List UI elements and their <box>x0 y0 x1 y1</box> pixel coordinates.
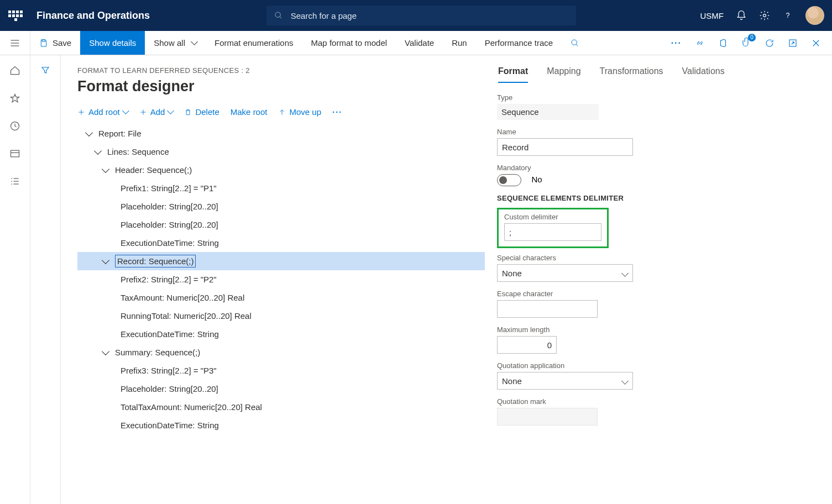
star-icon[interactable] <box>9 93 20 104</box>
trash-icon <box>184 108 192 116</box>
tree-node[interactable]: TaxAmount: Numeric[20..20] Real <box>77 288 485 307</box>
tree-node[interactable]: Prefix1: String[2..2] = "P1" <box>77 179 485 197</box>
close-icon[interactable] <box>811 38 821 48</box>
tab-mapping[interactable]: Mapping <box>547 66 580 83</box>
home-icon[interactable] <box>9 65 20 76</box>
max-length-input[interactable] <box>497 336 557 354</box>
delimiter-section-header: SEQUENCE ELEMENTS DELIMITER <box>497 194 819 202</box>
tree-node[interactable]: RunningTotal: Numeric[20..20] Real <box>77 307 485 325</box>
plus-icon <box>139 108 147 116</box>
move-up-button[interactable]: Move up <box>278 107 321 117</box>
popout-icon[interactable] <box>788 38 798 48</box>
office-icon[interactable] <box>718 38 728 48</box>
make-root-button[interactable]: Make root <box>231 107 268 117</box>
add-button[interactable]: Add <box>139 107 174 117</box>
special-characters-select[interactable] <box>497 264 633 282</box>
special-characters-label: Special characters <box>497 254 819 262</box>
tree-node[interactable]: Header: Sequence(;) <box>77 161 485 179</box>
validate-button[interactable]: Validate <box>396 31 443 55</box>
company-picker[interactable]: USMF <box>700 11 724 20</box>
name-input[interactable] <box>497 138 633 156</box>
app-title: Finance and Operations <box>36 10 150 22</box>
property-tabs: Format Mapping Transformations Validatio… <box>495 66 832 83</box>
performance-trace-button[interactable]: Performance trace <box>476 31 562 55</box>
app-launcher-icon[interactable] <box>8 8 23 23</box>
svg-rect-9 <box>11 150 19 157</box>
tree-node[interactable]: Prefix3: String[2..2] = "P3" <box>77 361 485 380</box>
tree-node[interactable]: ExecutionDateTime: String <box>77 325 485 343</box>
tree-toolbar: Add root Add Delete Make root Move up ··… <box>77 107 485 117</box>
type-label: Type <box>497 93 819 102</box>
mandatory-toggle[interactable] <box>497 174 521 186</box>
format-enumerations-button[interactable]: Format enumerations <box>206 31 302 55</box>
filter-strip <box>30 55 61 504</box>
svg-point-2 <box>763 14 766 17</box>
overflow-menu[interactable]: ··· <box>671 38 682 48</box>
run-button[interactable]: Run <box>443 31 476 55</box>
arrow-up-icon <box>278 108 286 116</box>
tree-node[interactable]: Summary: Sequence(;) <box>77 343 485 361</box>
quotation-mark-input[interactable] <box>497 408 598 426</box>
expand-icon[interactable] <box>102 165 109 172</box>
mandatory-value: No <box>531 175 542 184</box>
quotation-application-select[interactable] <box>497 372 633 390</box>
format-tree: Report: File Lines: Sequence Header: Seq… <box>77 124 485 434</box>
tree-pane: FORMAT TO LEARN DEFERRED SEQUENCES : 2 F… <box>61 55 495 504</box>
expand-icon[interactable] <box>102 347 109 355</box>
max-length-label: Maximum length <box>497 326 819 334</box>
search-icon <box>274 11 283 20</box>
link-icon[interactable] <box>695 38 705 48</box>
hamburger-icon[interactable] <box>9 38 20 49</box>
gear-icon[interactable] <box>759 10 770 21</box>
properties-pane: ······ Format Mapping Transformations Va… <box>495 55 832 504</box>
svg-text:?: ? <box>786 12 790 19</box>
workspace-icon[interactable] <box>9 148 20 159</box>
tree-node[interactable]: TotalTaxAmount: Numeric[20..20] Real <box>77 398 485 416</box>
tab-format[interactable]: Format <box>498 66 528 83</box>
save-button[interactable]: Save <box>30 31 80 55</box>
tab-validations[interactable]: Validations <box>682 66 725 83</box>
custom-delimiter-input[interactable] <box>504 223 601 241</box>
tab-transformations[interactable]: Transformations <box>600 66 663 83</box>
quotation-application-label: Quotation application <box>497 361 819 370</box>
tree-node[interactable]: Placeholder: String[20..20] <box>77 216 485 234</box>
name-label: Name <box>497 128 819 136</box>
nav-rail <box>0 31 30 504</box>
bell-icon[interactable] <box>736 10 747 21</box>
show-details-button[interactable]: Show details <box>80 31 145 55</box>
global-search[interactable]: Search for a page <box>266 6 576 25</box>
add-root-button[interactable]: Add root <box>77 107 128 117</box>
help-icon[interactable]: ? <box>782 10 793 21</box>
delete-button[interactable]: Delete <box>184 107 219 117</box>
attachments-icon[interactable] <box>741 37 751 49</box>
escape-character-input[interactable] <box>497 300 598 318</box>
svg-rect-17 <box>42 40 45 41</box>
modules-icon[interactable] <box>9 176 20 187</box>
clock-icon[interactable] <box>9 120 20 132</box>
tree-node-selected[interactable]: Record: Sequence(;) <box>77 252 485 270</box>
tree-node[interactable]: Lines: Sequence <box>77 143 485 161</box>
user-avatar[interactable] <box>805 6 824 25</box>
expand-icon[interactable] <box>94 146 102 154</box>
search-icon <box>571 39 579 48</box>
breadcrumb: FORMAT TO LEARN DEFERRED SEQUENCES : 2 <box>77 66 485 75</box>
expand-icon[interactable] <box>102 256 109 264</box>
filter-icon[interactable] <box>40 65 50 75</box>
tree-node[interactable]: Placeholder: String[20..20] <box>77 197 485 216</box>
svg-line-19 <box>576 44 578 46</box>
save-icon <box>39 39 48 48</box>
svg-point-0 <box>275 12 280 17</box>
plus-icon <box>77 108 85 116</box>
expand-icon[interactable] <box>85 128 93 136</box>
refresh-icon[interactable] <box>765 38 775 48</box>
tree-node[interactable]: Placeholder: String[20..20] <box>77 380 485 398</box>
search-placeholder: Search for a page <box>291 11 357 20</box>
map-format-to-model-button[interactable]: Map format to model <box>302 31 396 55</box>
show-all-button[interactable]: Show all <box>145 31 206 55</box>
tree-node[interactable]: Prefix2: String[2..2] = "P2" <box>77 270 485 288</box>
tree-node[interactable]: Report: File <box>77 124 485 143</box>
tree-node[interactable]: ExecutionDateTime: String <box>77 234 485 252</box>
search-command[interactable] <box>562 31 588 55</box>
tree-node[interactable]: ExecutionDateTime: String <box>77 416 485 434</box>
tree-overflow-menu[interactable]: ··· <box>332 107 343 117</box>
